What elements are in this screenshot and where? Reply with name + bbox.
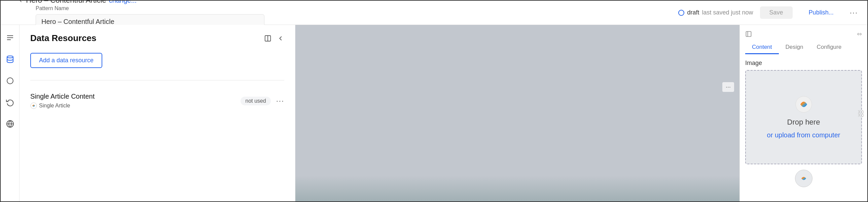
panel-title: Data Resources (30, 33, 97, 44)
image-section: Image Drop here (745, 60, 862, 187)
upload-link[interactable]: or upload from computer (767, 131, 840, 139)
collapse-panel-button[interactable] (277, 35, 284, 42)
canvas-area: ··· (296, 25, 740, 202)
resource-type: Single Article (30, 102, 95, 109)
right-panel-toolbar (745, 31, 752, 37)
divider (30, 80, 284, 81)
panel-header: Data Resources (30, 33, 284, 44)
bottom-icon-area (745, 170, 862, 187)
resource-actions: not used ··· (241, 97, 284, 105)
columns-icon (745, 31, 752, 37)
sidebar-item-code[interactable] (4, 75, 16, 87)
right-panel: ⇔ Content Design Configure Image (740, 25, 867, 202)
tab-configure[interactable]: Configure (810, 41, 848, 54)
resize-handle[interactable]: ⇔ (857, 30, 862, 38)
pattern-name-label: Pattern Name (36, 5, 265, 11)
last-saved-text: last saved just now (702, 9, 753, 16)
header-right: draft last saved just now Save Publish..… (678, 6, 858, 19)
chain-icon: ⛓ (857, 109, 865, 118)
status-badge: not used (241, 97, 271, 105)
page-title: Hero – Contentful Article (26, 0, 106, 5)
top-header: ‹ Hero – Contentful Article change... Pa… (1, 1, 867, 25)
change-link[interactable]: change... (109, 0, 136, 4)
tab-bar: Content Design Configure (745, 41, 862, 54)
bottom-contentful-icon (795, 170, 812, 187)
image-label: Image (745, 60, 862, 67)
contentful-icon (30, 102, 37, 109)
more-button[interactable]: ··· (850, 8, 858, 17)
draft-label: draft (687, 9, 699, 16)
main-content: Data Resources Add a data resource (1, 25, 867, 202)
svg-rect-10 (746, 32, 751, 37)
resource-info: Single Article Content (30, 93, 95, 109)
draft-status: draft last saved just now (678, 9, 753, 16)
sidebar-item-database[interactable] (4, 53, 16, 65)
panel-header-actions (264, 35, 284, 42)
tab-design[interactable]: Design (779, 41, 810, 54)
add-resource-button[interactable]: Add a data resource (30, 53, 102, 68)
sidebar-icons (1, 25, 20, 202)
tab-content[interactable]: Content (745, 41, 779, 54)
resource-name: Single Article Content (30, 93, 95, 100)
canvas-dots-button[interactable]: ··· (722, 82, 734, 92)
sidebar-item-layers[interactable] (4, 32, 16, 44)
resource-item: Single Article Content (30, 89, 284, 113)
back-button[interactable]: ‹ (20, 0, 22, 5)
data-resources-panel: Data Resources Add a data resource (20, 25, 296, 202)
resource-more-button[interactable]: ··· (276, 97, 284, 105)
small-contentful-icon (799, 173, 809, 183)
drop-here-text: Drop here (787, 118, 820, 126)
contentful-drop-icon (795, 96, 812, 113)
save-button[interactable]: Save (760, 6, 793, 19)
sidebar-item-globe[interactable] (4, 118, 16, 130)
sidebar-item-history[interactable] (4, 96, 16, 108)
header-title-row: Hero – Contentful Article change... (26, 0, 136, 5)
publish-button[interactable]: Publish... (799, 6, 843, 19)
draft-circle-icon (678, 10, 684, 16)
wave-decoration (296, 176, 740, 202)
image-drop-zone[interactable]: Drop here or upload from computer (745, 70, 862, 164)
resource-type-label: Single Article (39, 103, 70, 109)
toggle-panel-view-button[interactable] (264, 35, 272, 42)
svg-point-3 (7, 56, 13, 58)
